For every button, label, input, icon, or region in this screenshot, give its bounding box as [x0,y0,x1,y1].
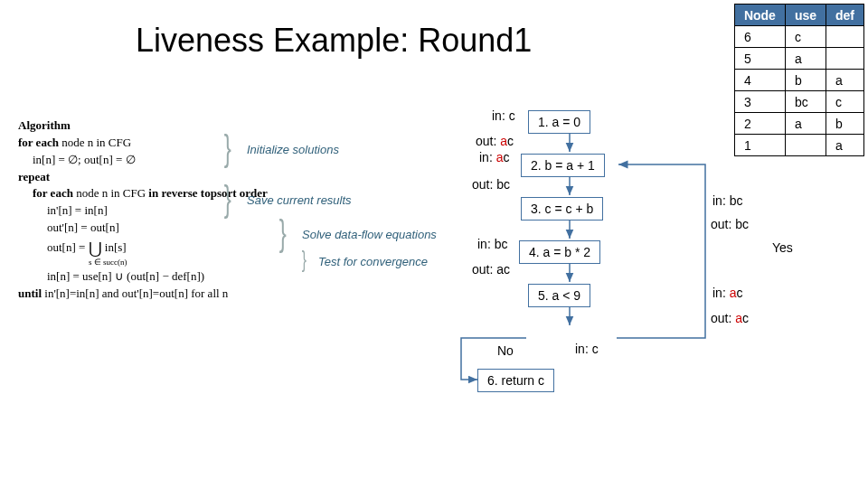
flow-node-3: 3. c = c + b [521,197,603,221]
algo-heading: Algorithm [18,117,398,135]
out-label: out: bc [711,217,749,231]
yes-label: Yes [772,240,793,255]
col-def: def [826,5,864,26]
algo-line: in[n] = use[n] ∪ (out[n] − def[n]) [18,268,398,286]
flow-node-1: 1. a = 0 [528,110,590,134]
algo-line: for each for each node n in CFGnode n in… [18,135,398,152]
out-label: out: ac [711,311,749,325]
in-label: in: c [575,342,599,356]
brace-icon: } [302,246,307,274]
table-row: 6c [734,26,863,48]
brace-icon: } [279,213,287,254]
algo-line: repeat [18,169,398,186]
in-label: in: ac [479,150,509,164]
no-label: No [497,343,514,358]
annotation: Initialize solutions [247,143,339,156]
flow-node-6: 6. return c [477,369,554,392]
brace-icon: } [224,128,231,169]
out-label: out: bc [472,177,510,192]
algo-line: until in'[n]=in[n] and out'[n]=out[n] fo… [18,286,398,303]
flow-node-2: 2. b = a + 1 [521,154,605,177]
in-label: in: bc [712,193,742,208]
in-label: in: c [492,108,515,123]
flow-node-5: 5. a < 9 [528,284,590,307]
brace-icon: } [224,179,231,220]
in-label: in: ac [712,286,742,300]
flow-node-4: 4. a = b * 2 [519,240,600,264]
out-label: out: ac [476,134,514,148]
algorithm-block: Algorithm for each for each node n in CF… [18,117,398,303]
algo-line: in[n] = ∅; out[n] = ∅ [18,152,398,169]
col-node: Node [734,5,785,26]
table-row: 5a [734,48,863,70]
annotation: Save current results [247,193,352,207]
flowchart: 1. a = 0 2. b = a + 1 3. c = c + b 4. a … [407,108,796,470]
col-use: use [785,5,826,26]
table-row: 4ba [734,70,863,91]
out-label: out: ac [472,262,510,277]
in-label: in: bc [477,237,507,251]
page-title: Liveness Example: Round1 [136,22,532,60]
